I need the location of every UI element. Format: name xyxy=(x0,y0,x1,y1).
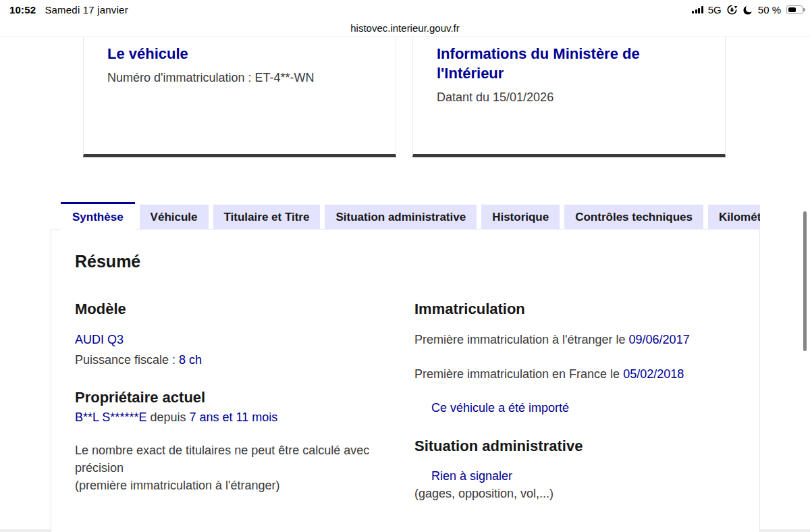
tab-titulaire-et-titre[interactable]: Titulaire et Titre xyxy=(213,205,321,230)
owner-line: B**L S******E depuis 7 ans et 11 mois xyxy=(75,408,277,426)
first-registration-foreign-date: 09/06/2017 xyxy=(629,333,690,346)
tab-synthese[interactable]: Synthèse xyxy=(61,202,135,232)
vehicle-card-title: Le véhicule xyxy=(107,44,373,63)
fiscal-power-value: 8 ch xyxy=(179,353,202,367)
battery-percent-label: 50 % xyxy=(758,4,781,16)
admin-status-value: Rien à signaler xyxy=(414,467,512,485)
owner-note: Le nombre exact de titulaires ne peut êt… xyxy=(75,442,398,477)
ministry-info-card-date: Datant du 15/01/2026 xyxy=(437,89,702,106)
fiscal-power-label: Puissance fiscale : xyxy=(75,353,179,367)
first-registration-france-date: 05/02/2018 xyxy=(623,367,684,381)
orientation-lock-icon xyxy=(726,4,738,16)
tab-vehicule[interactable]: Véhicule xyxy=(140,205,209,230)
owner-name: B**L S******E xyxy=(75,410,146,424)
vehicle-card: Le véhicule Numéro d'immatriculation : E… xyxy=(83,37,396,157)
owner-heading: Propriétaire actuel xyxy=(75,389,205,406)
first-registration-france-label: Première immatriculation en France le xyxy=(414,367,623,381)
fiscal-power-line: Puissance fiscale : 8 ch xyxy=(75,351,202,369)
tab-controles-techniques[interactable]: Contrôles techniques xyxy=(564,205,703,230)
report-tabs: Synthèse Véhicule Titulaire et Titre Sit… xyxy=(61,202,760,232)
battery-icon xyxy=(786,5,803,14)
date: Samedi 17 janvier xyxy=(45,4,128,16)
first-registration-foreign-line: Première immatriculation à l'étranger le… xyxy=(414,331,690,348)
vertical-scrollbar[interactable] xyxy=(803,211,807,351)
tab-kilometrage[interactable]: Kilométrage xyxy=(708,205,760,230)
address-bar-url[interactable]: histovec.interieur.gouv.fr xyxy=(350,22,459,34)
screen: 10:52 Samedi 17 janvier 5G 50 xyxy=(0,0,810,532)
resume-heading: Résumé xyxy=(75,252,140,271)
address-bar[interactable]: histovec.interieur.gouv.fr xyxy=(0,19,810,37)
admin-status-note: (gages, opposition, vol,...) xyxy=(414,485,554,502)
focus-moon-icon xyxy=(742,5,753,16)
ministry-info-card-title: Informations du Ministère de l'Intérieur xyxy=(437,44,702,83)
tab-situation-administrative[interactable]: Situation administrative xyxy=(325,205,477,230)
owner-note-detail: (première immatriculation à l'étranger) xyxy=(75,477,280,494)
owner-since-label: depuis xyxy=(146,410,189,424)
model-heading: Modèle xyxy=(75,300,126,318)
owner-duration: 7 ans et 11 mois xyxy=(189,410,277,424)
synthese-panel: Résumé Modèle AUDI Q3 Puissance fiscale … xyxy=(51,229,760,532)
tab-historique[interactable]: Historique xyxy=(481,205,560,230)
battery-fill xyxy=(788,7,796,13)
model-value: AUDI Q3 xyxy=(75,331,124,348)
cellular-signal-icon xyxy=(692,6,703,14)
first-registration-france-line: Première immatriculation en France le 05… xyxy=(414,365,684,383)
first-registration-foreign-label: Première immatriculation à l'étranger le xyxy=(414,333,629,346)
network-type-label: 5G xyxy=(708,4,722,16)
status-bar: 10:52 Samedi 17 janvier 5G 50 xyxy=(0,0,810,19)
clock: 10:52 xyxy=(9,4,36,16)
vehicle-card-plate: Numéro d'immatriculation : ET-4**-WN xyxy=(107,70,373,86)
ministry-info-card: Informations du Ministère de l'Intérieur… xyxy=(412,37,726,157)
imported-vehicle-note: Ce véhicule a été importé xyxy=(414,399,569,417)
admin-status-heading: Situation administrative xyxy=(414,437,583,455)
registration-heading: Immatriculation xyxy=(414,300,525,318)
